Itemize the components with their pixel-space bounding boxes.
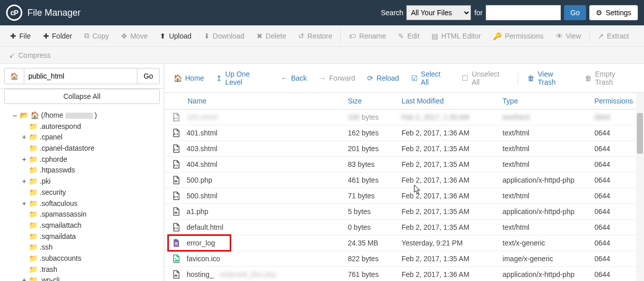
view-button[interactable]: 👁View <box>550 28 587 44</box>
tree-item[interactable]: 📁.subaccounts <box>4 253 160 264</box>
expand-icon[interactable]: + <box>21 132 27 143</box>
tree-item[interactable]: 📁.ssh <box>4 242 160 253</box>
tree-item[interactable]: +📁.wp-cli <box>4 275 160 281</box>
move-label: Move <box>130 32 148 40</box>
expand-icon[interactable] <box>21 143 27 154</box>
expand-icon[interactable] <box>21 264 27 275</box>
new-file-button[interactable]: ✚File <box>4 28 37 44</box>
file-size: 761 bytes <box>343 267 397 282</box>
expand-icon[interactable] <box>21 231 27 242</box>
tree-item[interactable]: +📁.cpanel <box>4 132 160 143</box>
expand-icon[interactable] <box>21 253 27 264</box>
tree-item[interactable]: +📁.softaculous <box>4 198 160 209</box>
rename-button[interactable]: 🏷Rename <box>343 28 392 44</box>
tree-item[interactable]: 📁.sqmaildata <box>4 231 160 242</box>
tree-item-label: .pki <box>40 176 51 187</box>
expand-icon[interactable]: + <box>21 275 27 281</box>
download-button[interactable]: ⬇Download <box>198 28 251 44</box>
folder-tree[interactable]: – 📂 🏠 (/home) 📁.autorespond+📁.cpanel 📁.c… <box>0 108 164 281</box>
search-scope-select[interactable]: All Your Files <box>406 5 471 20</box>
path-home-button[interactable]: 🏠 <box>4 68 24 84</box>
table-row[interactable]: 401.shtml 162 bytes Feb 2, 2017, 1:36 AM… <box>164 125 644 141</box>
collapse-icon[interactable]: – <box>12 110 18 121</box>
move-button[interactable]: ✥Move <box>115 28 154 44</box>
home-button[interactable]: 🏠Home <box>168 71 209 85</box>
tree-item[interactable]: +📁.cphorde <box>4 154 160 165</box>
table-row[interactable]: 500.shtml 71 bytes Feb 2, 2017, 1:36 AM … <box>164 188 644 204</box>
unselect-all-button[interactable]: ☐Unselect All <box>457 67 514 89</box>
col-size[interactable]: Size <box>343 93 397 110</box>
tree-item-label: .htpasswds <box>40 165 75 176</box>
tree-item[interactable]: 📁.sqmailattach <box>4 220 160 231</box>
search-input[interactable] <box>486 5 561 20</box>
file-img-icon <box>171 254 181 264</box>
table-row[interactable]: 500.php 461 bytes Feb 2, 2017, 1:36 AM a… <box>164 172 644 188</box>
expand-icon[interactable]: + <box>21 176 27 187</box>
delete-label: Delete <box>266 32 286 40</box>
compress-button[interactable]: ↙Compress <box>4 49 56 61</box>
permissions-button[interactable]: 🔑Permissions <box>487 28 549 44</box>
path-go-button[interactable]: Go <box>137 68 160 84</box>
table-row[interactable]: error_log 24.35 MB Yesterday, 9:21 PM te… <box>164 235 644 251</box>
expand-icon[interactable] <box>21 220 27 231</box>
unselect-all-label: Unselect All <box>472 70 509 86</box>
col-name[interactable]: Name <box>164 93 343 110</box>
html-editor-button[interactable]: ▤HTML Editor <box>425 28 487 44</box>
copy-button[interactable]: ⧉Copy <box>78 27 115 44</box>
col-modified[interactable]: Last Modified <box>397 93 497 110</box>
new-folder-button[interactable]: ✚Folder <box>37 28 79 44</box>
expand-icon[interactable]: + <box>21 154 27 165</box>
tree-item[interactable]: 📁.security <box>4 187 160 198</box>
expand-icon[interactable] <box>21 187 27 198</box>
tree-item[interactable]: +📁.pki <box>4 176 160 187</box>
table-row[interactable]: a1.php 5 bytes Feb 2, 2017, 1:35 AM appl… <box>164 204 644 220</box>
restore-button[interactable]: ↺Restore <box>292 28 338 44</box>
edit-button[interactable]: ✎Edit <box>392 28 425 44</box>
scrollbar-thumb[interactable] <box>637 113 643 154</box>
tree-item[interactable]: 📁.spamassassin <box>4 209 160 220</box>
path-input[interactable] <box>24 68 137 84</box>
collapse-all-button[interactable]: Collapse All <box>4 89 160 104</box>
copy-icon: ⧉ <box>84 31 89 40</box>
table-row[interactable]: favicon.ico 822 bytes Feb 2, 2017, 1:35 … <box>164 251 644 267</box>
expand-icon[interactable] <box>21 165 27 176</box>
tree-item[interactable]: 📁.autorespond <box>4 121 160 132</box>
settings-button[interactable]: ⚙ Settings <box>589 5 638 20</box>
new-folder-label: Folder <box>52 32 73 40</box>
col-type[interactable]: Type <box>497 93 589 110</box>
delete-button[interactable]: ✖Delete <box>251 28 292 44</box>
upload-button[interactable]: ⬆Upload <box>154 28 197 44</box>
vertical-scrollbar[interactable] <box>636 93 644 281</box>
table-row[interactable]: 404.shtml 83 bytes Feb 2, 2017, 1:35 AM … <box>164 157 644 172</box>
file-size: 83 bytes <box>343 157 397 172</box>
plus-icon: ✚ <box>10 32 16 40</box>
compress-icon: ↙ <box>9 51 15 59</box>
forward-button[interactable]: →Forward <box>314 71 360 85</box>
tree-item-label: .softaculous <box>40 198 78 209</box>
expand-icon[interactable]: + <box>21 198 27 209</box>
view-trash-button[interactable]: 🗑View Trash <box>522 67 578 89</box>
expand-icon[interactable] <box>21 121 27 132</box>
select-all-button[interactable]: ☑Select All <box>406 67 455 89</box>
up-one-level-button[interactable]: ↥Up One Level <box>211 67 274 89</box>
search-go-button[interactable]: Go <box>564 5 587 20</box>
app-logo: cP File Manager <box>6 5 81 21</box>
extract-button[interactable]: ↗Extract <box>592 28 635 44</box>
expand-icon[interactable] <box>21 242 27 253</box>
reload-button[interactable]: ⟳Reload <box>362 71 404 85</box>
expand-icon[interactable] <box>21 209 27 220</box>
file-modified: Feb 2, 2017, 1:35 AM <box>397 141 497 157</box>
back-button[interactable]: ←Back <box>276 71 312 85</box>
table-row[interactable]: default.html 0 bytes Feb 2, 2017, 1:35 A… <box>164 220 644 235</box>
tree-item[interactable]: 📁.htpasswds <box>4 165 160 176</box>
folder-icon: 📁 <box>29 242 38 253</box>
tree-item[interactable]: 📁.trash <box>4 264 160 275</box>
empty-trash-button[interactable]: 🗑Empty Trash <box>580 67 640 89</box>
table-row[interactable]: 403.shtml 201 bytes Feb 2, 2017, 1:35 AM… <box>164 141 644 157</box>
folder-icon: 📁 <box>29 220 38 231</box>
tree-root[interactable]: – 📂 🏠 (/home) <box>4 110 160 121</box>
tree-item[interactable]: 📁.cpanel-datastore <box>4 143 160 154</box>
table-row-cut[interactable]: 100.shtml 100 bytes Feb 2, 2017, 1:35 AM… <box>164 110 644 125</box>
file-name: 500.php <box>187 176 212 184</box>
table-row[interactable]: hosting_redacted_blur.php 761 bytes Feb … <box>164 267 644 282</box>
